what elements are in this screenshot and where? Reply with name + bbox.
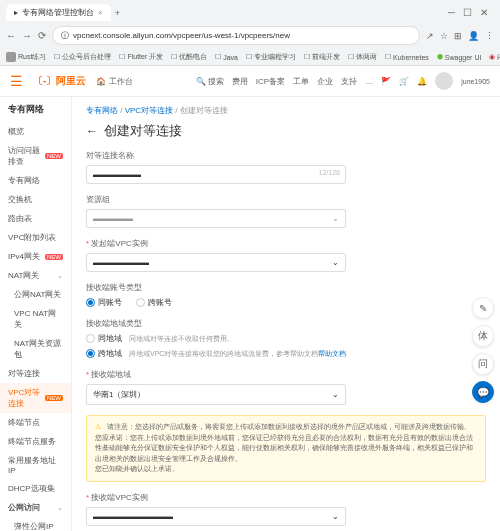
sidebar-item-natpack[interactable]: NAT网关资源包: [0, 334, 71, 364]
header-ticket[interactable]: 工单: [293, 76, 309, 87]
target-vpc-select[interactable]: ▬▬▬▬▬▬▬▬▬▬⌄: [86, 507, 346, 526]
tab-favicon: ▸: [14, 8, 18, 17]
chevron-down-icon: ⌄: [57, 272, 63, 280]
sidebar-item-vswitch[interactable]: 交换机: [0, 190, 71, 209]
radio-cross-account[interactable]: 跨账号: [136, 297, 172, 308]
feedback-tool-icon[interactable]: 问: [472, 353, 494, 375]
site-info-icon[interactable]: ⓘ: [61, 30, 69, 41]
label-resource: 资源组: [86, 194, 486, 205]
sidebar-item-ipv4gw[interactable]: IPv4网关NEW: [0, 247, 71, 266]
header-more[interactable]: …: [365, 77, 373, 86]
close-window-icon[interactable]: ✕: [480, 7, 488, 18]
header-icp[interactable]: ICP备案: [256, 76, 285, 87]
edit-tool-icon[interactable]: ✎: [472, 297, 494, 319]
chevron-down-icon: ⌄: [57, 504, 63, 512]
bookmarks-bar: Rust练习 ☐ 公众号后台处理 ☐ Flutter 开发 ☐ 优酷电台 ☐ J…: [0, 49, 500, 65]
label-vpc: 发起端VPC实例: [86, 238, 486, 249]
notify-icon[interactable]: 🔔: [417, 77, 427, 86]
bookmark-item[interactable]: Rust练习: [6, 52, 46, 62]
sidebar-item-natgw[interactable]: NAT网关⌄: [0, 266, 71, 285]
sidebar-item-route[interactable]: 路由表: [0, 209, 71, 228]
chat-tool-icon[interactable]: 💬: [472, 381, 494, 403]
address-bar[interactable]: ⓘ vpcnext.console.aliyun.com/vpcpeer/us-…: [52, 26, 420, 45]
help-link[interactable]: 帮助文档: [318, 350, 346, 357]
bookmark-item[interactable]: ☐ 前端开发: [304, 52, 340, 62]
lang-icon[interactable]: 🚩: [381, 77, 391, 86]
sidebar-item-vpc[interactable]: 专有网络: [0, 171, 71, 190]
aliyun-logo[interactable]: 〔-〕阿里云: [33, 74, 86, 88]
breadcrumb-current: 创建对等连接: [180, 106, 228, 115]
warning-icon: ⚠: [95, 423, 101, 430]
cross-border-alert: ⚠ 请注意：您选择的产品或服务，将需要您上传或添加数据到接收所选择的境外产品区或…: [86, 415, 486, 482]
bookmark-star-icon[interactable]: ☆: [440, 31, 448, 41]
chevron-down-icon: ⌄: [332, 512, 339, 521]
tab-title: 专有网络管理控制台: [22, 7, 94, 18]
breadcrumb-link[interactable]: VPC对等连接: [125, 106, 173, 115]
label-region: 接收端地域: [86, 369, 486, 380]
bookmark-item[interactable]: ☐ Flutter 开发: [119, 52, 163, 62]
search-icon[interactable]: 🔍 搜索: [196, 76, 224, 87]
bookmark-item[interactable]: ☐ 体两两: [348, 52, 377, 62]
page-title: 创建对等连接: [104, 122, 182, 140]
sidebar-item-diagnose[interactable]: 访问问题排查NEW: [0, 141, 71, 171]
extensions-icon[interactable]: ⊞: [454, 31, 462, 41]
menu-icon[interactable]: ⋮: [485, 31, 494, 41]
vpc-select[interactable]: ▬▬▬▬▬▬▬⌄: [86, 253, 346, 272]
sidebar-item-vpcattach[interactable]: VPC附加列表: [0, 228, 71, 247]
forward-icon[interactable]: →: [22, 30, 32, 41]
cart-icon[interactable]: 🛒: [399, 77, 409, 86]
workspace-link[interactable]: 🏠 工作台: [96, 76, 132, 87]
breadcrumb-link[interactable]: 专有网络: [86, 106, 118, 115]
maximize-icon[interactable]: ☐: [463, 7, 472, 18]
bookmark-item[interactable]: ☐ Kubernetes: [385, 53, 429, 61]
chevron-down-icon: ⌄: [332, 214, 339, 223]
url-text: vpcnext.console.aliyun.com/vpcpeer/us-we…: [73, 31, 290, 40]
avatar[interactable]: [435, 72, 453, 90]
share-icon[interactable]: ↗: [426, 31, 434, 41]
bookmark-item[interactable]: ☐ 专业编程学习: [246, 52, 296, 62]
sidebar-item-endpoint[interactable]: 终端节点: [0, 413, 71, 432]
experience-tool-icon[interactable]: 体: [472, 325, 494, 347]
sidebar-item-peer[interactable]: 对等连接: [0, 364, 71, 383]
bookmark-item[interactable]: ☐ 公众号后台处理: [54, 52, 111, 62]
sidebar-item-pubnat[interactable]: 公网NAT网关: [0, 285, 71, 304]
nav-toggle-icon[interactable]: ☰: [10, 73, 23, 89]
sidebar-item-vpcpeer[interactable]: VPC对等连接NEW: [0, 383, 71, 413]
back-arrow-icon[interactable]: ←: [86, 124, 98, 138]
radio-same-region[interactable]: 同地域同地域对等连接不收取任何费用。: [86, 333, 486, 344]
bookmark-item[interactable]: ◉ 内容管理-CSDN博…: [489, 52, 500, 62]
char-counter: 12/128: [319, 169, 340, 176]
sidebar-item-commonip[interactable]: 常用服务地址IP: [0, 451, 71, 479]
radio-same-account[interactable]: 同账号: [86, 297, 122, 308]
tab-close-icon[interactable]: ×: [98, 8, 103, 17]
console-header: ☰ 〔-〕阿里云 🏠 工作台 🔍 搜索 费用 ICP备案 工单 企业 支持 … …: [0, 66, 500, 97]
sidebar-item-endpointsvc[interactable]: 终端节点服务: [0, 432, 71, 451]
sidebar-item-vpcnat[interactable]: VPC NAT网关: [0, 304, 71, 334]
name-input[interactable]: [86, 165, 346, 184]
breadcrumb: 专有网络 / VPC对等连接 / 创建对等连接: [86, 105, 486, 116]
bookmark-item[interactable]: ☐ Java: [215, 53, 238, 61]
sidebar-item-overview[interactable]: 概览: [0, 122, 71, 141]
main-content: 专有网络 / VPC对等连接 / 创建对等连接 ← 创建对等连接 对等连接名称 …: [72, 97, 500, 531]
sidebar-item-dhcp[interactable]: DHCP选项集: [0, 479, 71, 498]
header-fees[interactable]: 费用: [232, 76, 248, 87]
header-enterprise[interactable]: 企业: [317, 76, 333, 87]
minimize-icon[interactable]: ─: [448, 7, 455, 18]
resource-select[interactable]: ▬▬▬▬▬⌄: [86, 209, 346, 228]
sidebar-item-pubaccess[interactable]: 公网访问⌄: [0, 498, 71, 517]
sidebar-title: 专有网络: [0, 97, 71, 122]
bookmark-item[interactable]: ⬢ Swagger UI: [437, 53, 482, 61]
username[interactable]: june1905: [461, 78, 490, 85]
back-icon[interactable]: ←: [6, 30, 16, 41]
chevron-down-icon: ⌄: [332, 390, 339, 399]
label-account-type: 接收端账号类型: [86, 282, 486, 293]
region-select[interactable]: 华南1（深圳）⌄: [86, 384, 346, 405]
browser-tab[interactable]: ▸ 专有网络管理控制台 ×: [6, 4, 111, 21]
header-support[interactable]: 支持: [341, 76, 357, 87]
sidebar-item-eip[interactable]: 弹性公网IP: [0, 517, 71, 531]
bookmark-item[interactable]: ☐ 优酷电台: [171, 52, 207, 62]
reload-icon[interactable]: ⟳: [38, 30, 46, 41]
profile-icon[interactable]: 👤: [468, 31, 479, 41]
new-tab-button[interactable]: +: [115, 8, 120, 18]
radio-cross-region[interactable]: 跨地域跨地域VPC对等连接将收取您的跨地域流量费，参考帮助文档帮助文档: [86, 348, 486, 359]
